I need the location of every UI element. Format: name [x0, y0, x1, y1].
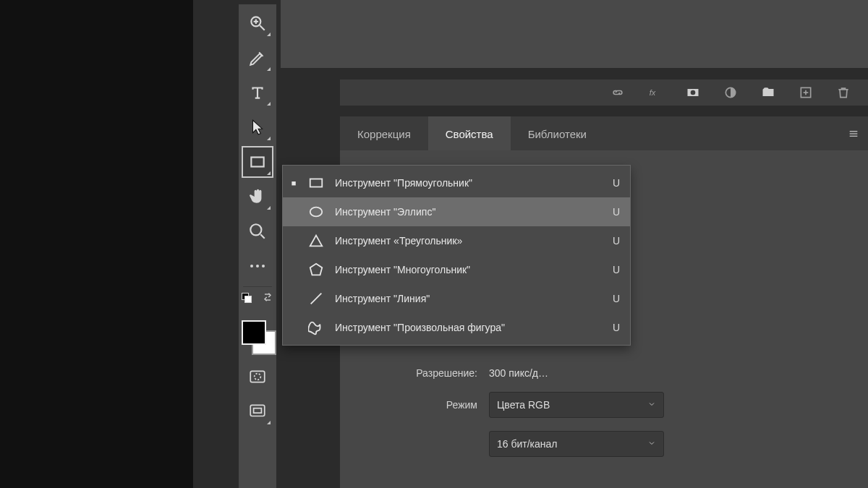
svg-line-6	[260, 234, 264, 238]
flyout-label: Инструмент "Эллипс"	[335, 206, 603, 218]
flyout-indicator-icon	[267, 206, 271, 210]
svg-point-8	[255, 374, 261, 380]
polygon-icon	[307, 261, 325, 278]
pen-tool[interactable]	[242, 42, 273, 74]
svg-rect-10	[254, 408, 262, 414]
quick-mask-button[interactable]	[242, 361, 273, 393]
flyout-polygon-tool[interactable]: Инструмент "Многоугольник" U	[283, 255, 630, 284]
flyout-shortcut: U	[613, 235, 620, 247]
flyout-indicator-icon	[267, 67, 271, 71]
panel-menu-icon[interactable]	[839, 116, 868, 151]
resolution-label: Разрешение:	[362, 367, 477, 379]
flyout-shortcut: U	[613, 264, 620, 275]
hand-tool[interactable]	[242, 181, 273, 213]
flyout-rectangle-tool[interactable]: ■ Инструмент "Прямоугольник" U	[283, 168, 630, 197]
resolution-value: 300 пикс/д…	[489, 367, 548, 379]
flyout-shortcut: U	[613, 293, 620, 304]
svg-rect-7	[250, 371, 265, 382]
screen-mode-button[interactable]	[242, 395, 273, 427]
foreground-color[interactable]	[242, 320, 266, 345]
svg-rect-9	[250, 405, 265, 416]
tab-label: Коррекция	[357, 128, 411, 140]
flyout-triangle-tool[interactable]: Инструмент «Треугольник» U	[283, 226, 630, 255]
ellipse-icon	[307, 203, 325, 221]
zoom-tool[interactable]	[242, 215, 273, 247]
select-value: 16 бит/канал	[497, 438, 558, 450]
chevron-down-icon	[647, 438, 656, 450]
link-layers-icon[interactable]	[609, 84, 626, 101]
color-mode-select[interactable]: Цвета RGB	[489, 392, 664, 418]
svg-rect-4	[251, 158, 263, 167]
flyout-indicator-icon	[267, 102, 271, 106]
flyout-label: Инструмент «Треугольник»	[335, 235, 603, 247]
svg-line-26	[311, 294, 322, 304]
custom-shape-icon	[307, 319, 325, 336]
foreground-background-swatch[interactable]	[242, 320, 273, 354]
flyout-ellipse-tool[interactable]: Инструмент "Эллипс" U	[283, 197, 630, 226]
zoom-in-tool[interactable]	[242, 7, 273, 39]
line-icon	[307, 290, 325, 307]
select-value: Цвета RGB	[497, 399, 550, 411]
swap-colors-button[interactable]	[262, 291, 273, 305]
flyout-indicator-icon	[267, 137, 271, 140]
flyout-label: Инструмент "Линия"	[335, 293, 603, 304]
default-colors-button[interactable]	[242, 293, 249, 300]
layer-actions-row: fx	[340, 80, 868, 106]
svg-point-13	[691, 90, 696, 95]
tools-panel	[239, 4, 276, 488]
flyout-indicator-icon	[267, 171, 271, 175]
tab-correction[interactable]: Коррекция	[340, 116, 428, 151]
trash-icon[interactable]	[835, 84, 852, 101]
flyout-indicator-icon	[267, 33, 271, 36]
tab-properties[interactable]: Свойства	[428, 116, 511, 151]
workspace-top-strip	[281, 0, 868, 68]
flyout-label: Инструмент "Многоугольник"	[335, 264, 603, 275]
svg-point-5	[250, 224, 261, 235]
edit-toolbar-button[interactable]	[242, 250, 273, 282]
triangle-icon	[307, 232, 325, 249]
current-tool-marker-icon: ■	[290, 179, 297, 187]
mode-label: Режим	[362, 399, 477, 411]
svg-marker-25	[310, 264, 323, 275]
svg-text:fx: fx	[650, 88, 656, 97]
svg-point-24	[310, 207, 323, 217]
bit-depth-select[interactable]: 16 бит/канал	[489, 431, 664, 457]
toolbar-separator	[243, 286, 272, 287]
document-canvas[interactable]	[0, 0, 193, 488]
tab-label: Свойства	[446, 128, 493, 140]
flyout-indicator-icon	[267, 421, 271, 424]
svg-rect-23	[310, 179, 323, 187]
fx-icon[interactable]: fx	[647, 84, 664, 101]
type-tool[interactable]	[242, 77, 273, 108]
tab-libraries[interactable]: Библиотеки	[511, 116, 604, 151]
chevron-down-icon	[647, 399, 656, 411]
flyout-custom-shape-tool[interactable]: Инструмент "Произвольная фигура" U	[283, 313, 630, 342]
mask-icon[interactable]	[684, 84, 702, 101]
new-layer-icon[interactable]	[797, 84, 814, 101]
path-selection-tool[interactable]	[242, 111, 273, 143]
default-colors-group	[242, 291, 273, 319]
photoshop-window: { "options": { "pilcrow": "¶" }, "tabs":…	[0, 0, 868, 488]
shape-tool-flyout: ■ Инструмент "Прямоугольник" U Инструмен…	[282, 165, 631, 346]
flyout-shortcut: U	[613, 322, 620, 333]
rectangle-icon	[307, 174, 325, 192]
panel-tabs: Коррекция Свойства Библиотеки	[340, 116, 868, 152]
flyout-label: Инструмент "Прямоугольник"	[335, 177, 603, 189]
tab-label: Библиотеки	[528, 128, 587, 140]
flyout-label: Инструмент "Произвольная фигура"	[335, 322, 603, 333]
flyout-shortcut: U	[613, 177, 620, 189]
rectangle-shape-tool[interactable]	[242, 146, 273, 178]
group-icon[interactable]	[760, 84, 777, 101]
svg-line-1	[260, 25, 265, 30]
flyout-line-tool[interactable]: Инструмент "Линия" U	[283, 284, 630, 313]
flyout-shortcut: U	[613, 206, 620, 218]
adjustment-layer-icon[interactable]	[722, 84, 739, 101]
